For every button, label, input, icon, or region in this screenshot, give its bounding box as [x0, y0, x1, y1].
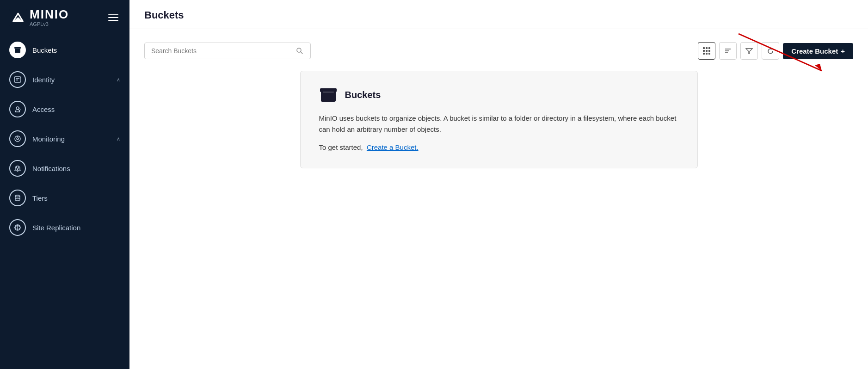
- hamburger-line-1: [108, 14, 118, 15]
- refresh-button[interactable]: [762, 42, 779, 60]
- grid-view-button[interactable]: [698, 42, 715, 60]
- sidebar-item-identity[interactable]: Identity ∧: [0, 65, 129, 94]
- monitoring-icon-wrap: [9, 130, 26, 147]
- sidebar-item-monitoring[interactable]: Monitoring ∧: [0, 124, 129, 154]
- svg-marker-17: [815, 64, 822, 71]
- topbar: Buckets: [129, 0, 868, 29]
- notifications-icon-wrap: [9, 160, 26, 177]
- svg-line-19: [301, 52, 302, 54]
- tiers-icon-wrap: [9, 190, 26, 206]
- svg-point-11: [17, 138, 18, 140]
- monitoring-chevron-icon: ∧: [117, 136, 120, 142]
- sidebar-item-label-tiers: Tiers: [32, 194, 120, 202]
- site-replication-icon-wrap: [9, 219, 26, 236]
- access-icon-wrap: [9, 101, 26, 117]
- search-container: [144, 43, 311, 59]
- sidebar-item-label-buckets: Buckets: [32, 46, 120, 54]
- sidebar-item-label-site-replication: Site Replication: [32, 224, 120, 232]
- sidebar-nav: Buckets Identity ∧: [0, 31, 129, 369]
- svg-point-13: [15, 195, 20, 197]
- identity-icon: [13, 75, 22, 84]
- create-bucket-plus: +: [841, 47, 845, 55]
- minio-logo-icon: [9, 9, 27, 26]
- bucket-icon: [13, 46, 22, 54]
- info-card: Buckets MinIO uses buckets to organize o…: [300, 71, 698, 168]
- sidebar-item-buckets[interactable]: Buckets: [0, 35, 129, 65]
- page-title: Buckets: [144, 9, 853, 21]
- svg-rect-4: [14, 77, 21, 82]
- search-input[interactable]: [151, 47, 292, 55]
- create-bucket-link[interactable]: Create a Bucket.: [367, 143, 419, 151]
- sidebar-item-label-access: Access: [32, 105, 120, 113]
- logo-version: AGPLv3: [30, 21, 69, 27]
- refresh-icon: [767, 47, 774, 55]
- toolbar-right: Create Bucket +: [698, 42, 853, 60]
- toolbar: Create Bucket +: [144, 42, 853, 60]
- access-icon: [13, 105, 22, 113]
- monitoring-icon: [13, 135, 22, 143]
- logo-container: MINIO AGPLv3: [9, 8, 69, 27]
- info-card-header: Buckets: [319, 86, 679, 104]
- sidebar-item-label-monitoring: Monitoring: [32, 135, 110, 143]
- info-card-action-prefix: To get started,: [319, 143, 363, 151]
- filter-icon: [745, 47, 753, 55]
- create-bucket-button[interactable]: Create Bucket +: [783, 43, 853, 59]
- sidebar-item-access[interactable]: Access: [0, 94, 129, 124]
- sidebar-logo: MINIO AGPLv3: [0, 0, 129, 31]
- search-icon: [295, 47, 304, 55]
- sidebar-item-site-replication[interactable]: Site Replication: [0, 213, 129, 242]
- hamburger-menu-button[interactable]: [106, 12, 120, 23]
- create-bucket-label: Create Bucket: [791, 47, 838, 55]
- main-content: Buckets: [129, 0, 868, 369]
- notifications-icon: [13, 164, 22, 172]
- sidebar-item-notifications[interactable]: Notifications: [0, 154, 129, 183]
- tiers-icon: [13, 194, 22, 202]
- sidebar-item-tiers[interactable]: Tiers: [0, 183, 129, 213]
- bucket-large-icon: [319, 86, 338, 104]
- hamburger-line-3: [108, 20, 118, 21]
- info-card-title: Buckets: [345, 90, 381, 100]
- identity-chevron-icon: ∧: [117, 77, 120, 83]
- buckets-icon-wrap: [9, 42, 26, 58]
- sort-icon: [724, 47, 732, 55]
- grid-view-icon: [703, 47, 710, 55]
- svg-rect-2: [14, 47, 21, 49]
- svg-rect-25: [320, 88, 337, 92]
- sidebar-item-label-identity: Identity: [32, 76, 110, 84]
- hamburger-line-2: [108, 17, 118, 18]
- identity-icon-wrap: [9, 71, 26, 88]
- logo-name: MINIO: [30, 8, 69, 20]
- site-replication-icon: [13, 223, 22, 232]
- svg-rect-3: [15, 49, 20, 49]
- content-area: Create Bucket + Buckets MinIO uses bucke…: [129, 29, 868, 369]
- sidebar: MINIO AGPLv3 Buckets: [0, 0, 129, 369]
- svg-rect-26: [323, 92, 334, 93]
- sidebar-item-label-notifications: Notifications: [32, 165, 120, 172]
- sort-button[interactable]: [719, 42, 737, 60]
- info-card-description: MinIO uses buckets to organize objects. …: [319, 113, 679, 135]
- logo-text: MINIO AGPLv3: [30, 8, 69, 27]
- filter-button[interactable]: [740, 42, 758, 60]
- info-card-action: To get started, Create a Bucket.: [319, 143, 679, 151]
